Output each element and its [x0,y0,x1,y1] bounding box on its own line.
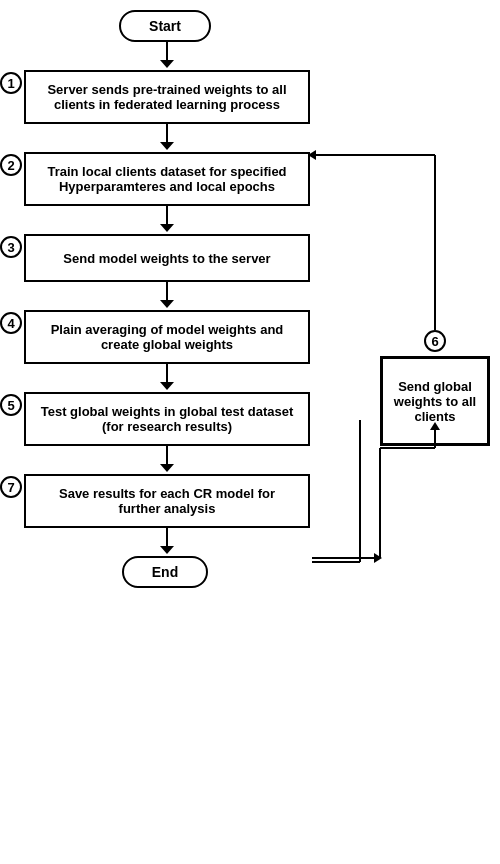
diagram-container: Start 1 Server sends pre-trained weights… [0,0,500,864]
step-box-4: Plain averaging of model weights and cre… [24,310,310,364]
step-box-3: Send model weights to the server [24,234,310,282]
svg-marker-3 [374,553,382,563]
step-box-7: Save results for each CR model for furth… [24,474,310,528]
step-box-5: Test global weights in global test datas… [24,392,310,446]
step-number-4: 4 [0,312,22,334]
step-number-6: 6 [424,330,446,352]
step-box-6: Send global weights to all clients [380,356,490,446]
arrow-3-4 [22,282,312,310]
right-box-wrapper: 6 Send global weights to all clients [380,330,490,446]
step-box-2: Train local clients dataset for specifie… [24,152,310,206]
end-terminal: End [122,556,208,588]
step-row-5: 5 Test global weights in global test dat… [0,392,310,446]
arrow-4-5 [22,364,312,392]
arrow-start-1 [22,42,312,70]
step-box-1: Server sends pre-trained weights to all … [24,70,310,124]
arrow-2-3 [22,206,312,234]
step-row-4: 4 Plain averaging of model weights and c… [0,310,310,364]
step-number-7: 7 [0,476,22,498]
step-row-1: 1 Server sends pre-trained weights to al… [0,70,310,124]
arrow-5-7 [22,446,312,474]
start-terminal: Start [119,10,211,42]
step-number-5: 5 [0,394,22,416]
arrow-1-2 [22,124,312,152]
step-number-3: 3 [0,236,22,258]
step-row-2: 2 Train local clients dataset for specif… [0,152,310,206]
arrow-7-end [22,528,312,556]
step-number-1: 1 [0,72,22,94]
step-row-7: 7 Save results for each CR model for fur… [0,474,310,528]
step-row-3: 3 Send model weights to the server [0,234,310,282]
step-number-2: 2 [0,154,22,176]
